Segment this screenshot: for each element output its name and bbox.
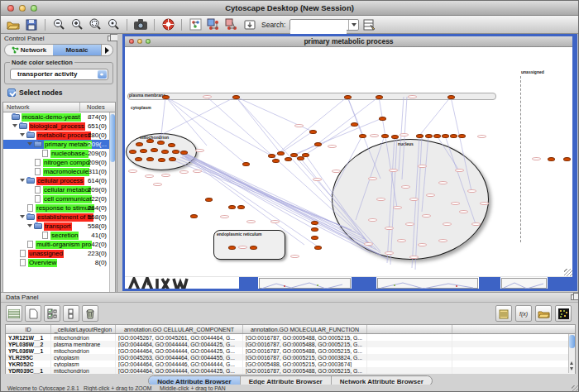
table-row[interactable]: YDR039C__1mitochondrion[GO:0044464, GO:0… [6, 367, 575, 374]
network-node[interactable] [314, 246, 322, 250]
network-node[interactable] [285, 157, 292, 161]
zoom-window-button[interactable] [31, 5, 37, 12]
notes-button[interactable] [495, 305, 512, 322]
zoom-selected-button[interactable] [105, 17, 122, 32]
network-node[interactable] [157, 141, 165, 145]
float-panel-icon[interactable] [571, 294, 577, 300]
vizmapper-button[interactable] [205, 17, 222, 32]
network-node[interactable] [140, 149, 147, 153]
app-resize-grip[interactable] [572, 385, 579, 392]
network-node[interactable] [458, 134, 466, 138]
tree-column-nodes[interactable]: Nodes [80, 103, 115, 112]
network-node[interactable] [272, 159, 280, 163]
tree-row[interactable]: nitrogen compo209(0) [3, 158, 109, 167]
search-input[interactable] [290, 24, 347, 34]
expand-triangle-icon[interactable] [12, 124, 17, 130]
network-node[interactable] [391, 135, 399, 139]
tree-row[interactable]: primary metabo209(... [3, 140, 109, 149]
expand-triangle-icon[interactable] [27, 224, 32, 230]
network-node[interactable] [129, 150, 136, 154]
network-node[interactable] [548, 157, 555, 161]
network-canvas[interactable]: plasma membrane cytoplasm mitochondrion … [125, 47, 572, 276]
network-node[interactable] [172, 150, 179, 154]
network-node[interactable] [146, 157, 154, 161]
search-dropdown-arrow-icon[interactable] [348, 20, 358, 30]
table-row[interactable]: YKR052Ccytoplasm[GO:0044464, GO:0044446,… [6, 361, 575, 367]
tree-row[interactable]: unassigned223(0) [3, 249, 109, 258]
tree-row[interactable]: mosaic-demo-yeast874(0) [3, 112, 109, 122]
new-attribute-button[interactable] [25, 305, 41, 322]
tab-network[interactable]: Network [5, 45, 53, 55]
network-node[interactable] [228, 246, 236, 250]
network-node[interactable] [302, 153, 309, 157]
expand-triangle-icon[interactable] [20, 179, 25, 184]
network-node[interactable] [311, 227, 318, 232]
network-node[interactable] [161, 150, 169, 154]
network-node[interactable] [290, 153, 298, 157]
tab-mosaic[interactable]: Mosaic [53, 45, 101, 55]
attribute-grid-button[interactable] [6, 305, 22, 322]
tree-row[interactable]: response to stimulu264(0) [3, 203, 109, 213]
edge-mapper-button[interactable] [223, 17, 240, 32]
background-window[interactable] [501, 278, 547, 289]
network-node[interactable] [442, 134, 449, 138]
snapshot-button[interactable] [132, 17, 149, 32]
network-node[interactable] [237, 205, 245, 209]
window-resize-grip[interactable] [564, 269, 572, 276]
tree-row[interactable]: cellular metabol209(0) [3, 185, 109, 194]
network-node[interactable] [162, 95, 170, 99]
close-button[interactable] [7, 5, 14, 12]
network-node[interactable] [228, 205, 236, 209]
network-node[interactable] [135, 157, 142, 161]
tree-scrollbar-thumb[interactable] [110, 114, 115, 162]
tab-overflow-arrow[interactable] [101, 45, 112, 55]
tree-row[interactable]: cell communicat22(0) [3, 194, 109, 203]
network-node[interactable] [379, 117, 386, 121]
network-node[interactable] [433, 134, 441, 138]
background-window[interactable] [377, 278, 478, 289]
table-column-header[interactable]: ID [6, 325, 51, 333]
tree-row[interactable]: secretion41(0) [3, 231, 109, 240]
network-node[interactable] [376, 95, 383, 99]
tree-row[interactable]: nucleobase-209(0) [3, 149, 109, 158]
network-node[interactable] [242, 162, 250, 166]
window-zoom-button[interactable] [146, 39, 151, 44]
background-window[interactable] [259, 278, 351, 289]
table-column-header[interactable]: annotation.GO MOLECULAR_FUNCTION [243, 325, 367, 333]
network-node[interactable] [250, 246, 257, 250]
scroll-up-icon[interactable] [569, 359, 574, 366]
zoom-in-button[interactable] [69, 17, 85, 32]
network-node[interactable] [146, 139, 154, 143]
network-node[interactable] [151, 148, 158, 152]
tree-row[interactable]: cellular process614(0) [3, 176, 109, 185]
network-node[interactable] [232, 95, 240, 99]
table-column-header[interactable]: _cellularLayoutRegion [51, 325, 116, 333]
search-combobox[interactable] [290, 19, 359, 31]
network-node[interactable] [351, 122, 358, 127]
tree-row[interactable]: establishment of lo558(0) [3, 213, 109, 222]
network-node[interactable] [158, 158, 165, 162]
network-node[interactable] [416, 134, 423, 138]
table-scrollbar-thumb[interactable] [569, 335, 575, 348]
network-node[interactable] [136, 142, 143, 146]
network-node[interactable] [450, 134, 457, 138]
open-session-button[interactable] [5, 17, 22, 32]
table-row[interactable]: YJR121W__1mitochondrion[GO:0045267, GO:0… [6, 334, 575, 341]
help-button[interactable] [160, 17, 176, 32]
table-row[interactable]: YPL036W__1mitochondrion[GO:0044464, GO:0… [6, 347, 575, 354]
tree-row[interactable]: transport558(0) [3, 222, 109, 231]
import-attributes-button[interactable] [535, 305, 552, 322]
network-node[interactable] [311, 221, 318, 225]
tree-row[interactable]: multi-organism pro42(0) [3, 240, 109, 249]
delete-attribute-button[interactable] [82, 305, 98, 322]
zoom-fit-button[interactable] [87, 17, 103, 32]
import-button[interactable] [242, 17, 258, 32]
expand-triangle-icon[interactable] [27, 142, 32, 148]
network-node[interactable] [311, 236, 318, 240]
zoom-out-button[interactable] [50, 17, 67, 32]
network-node[interactable] [277, 151, 285, 155]
scroll-down-icon[interactable] [569, 366, 574, 373]
tree-row[interactable]: biological_process651(0) [3, 122, 109, 131]
float-panel-icon[interactable] [108, 36, 114, 41]
network-node[interactable] [180, 151, 188, 155]
